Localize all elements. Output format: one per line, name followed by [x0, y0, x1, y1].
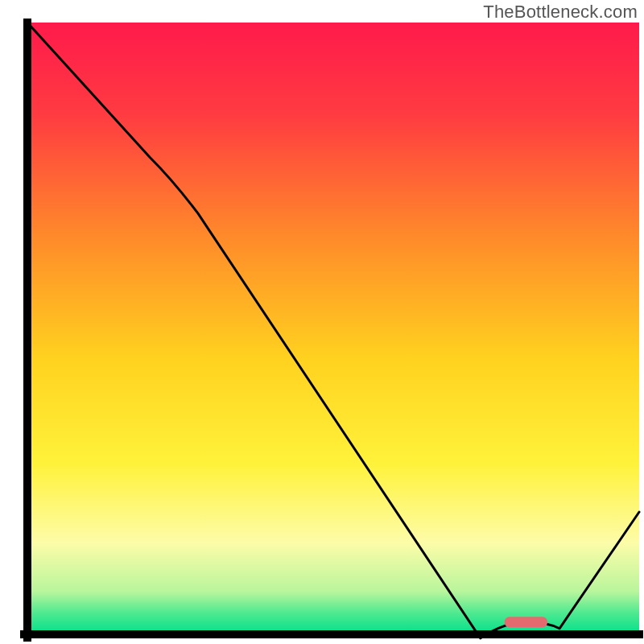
bottleneck-chart: [0, 0, 644, 644]
optimum-marker: [505, 617, 547, 627]
plot-background: [27, 23, 639, 634]
chart-frame: TheBottleneck.com: [0, 0, 644, 644]
watermark-label: TheBottleneck.com: [483, 2, 638, 23]
